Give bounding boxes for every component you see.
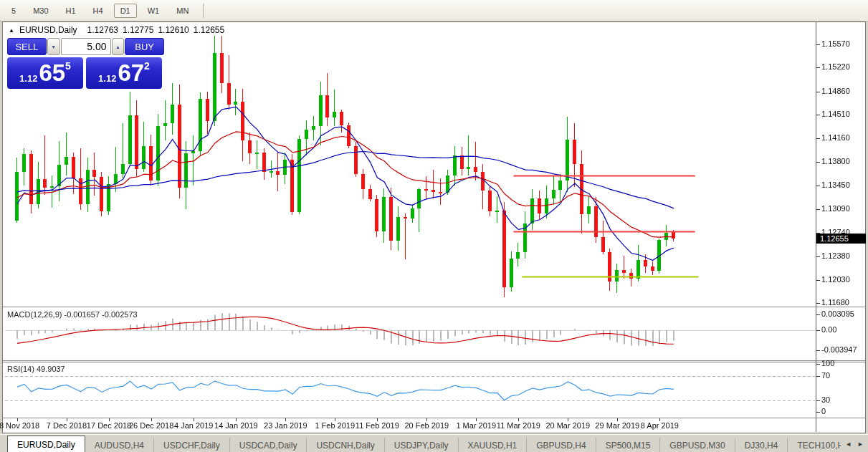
price-tick-label: 1.12380 [821, 251, 850, 260]
timeframe-list: 5 M30 H1 H4 D1 W1 MN [0, 0, 197, 21]
chart-tab[interactable]: SP500,M15 [596, 438, 661, 452]
date-tick-label: 28 Nov 2018 [0, 421, 39, 430]
tab-scroll-controls: ◄ ► [841, 435, 868, 452]
timeframe-button[interactable]: W1 [141, 4, 166, 18]
date-axis-separator [3, 418, 865, 418]
sell-price-small: 1.12 [19, 73, 37, 84]
ohlc-close-value: 1.12655 [194, 25, 224, 35]
timeframe-button[interactable]: H1 [59, 4, 82, 18]
ohlc-low-value: 1.12610 [158, 25, 189, 35]
macd-main-value: -0.001657 [64, 310, 100, 319]
sell-button[interactable]: SELL [7, 38, 47, 55]
price-tick-label: 1.13450 [821, 181, 850, 189]
price-axis-divider [816, 22, 816, 432]
volume-increase-button[interactable]: ▲ [112, 38, 125, 55]
macd-signal-value: -0.002573 [102, 310, 138, 319]
buy-price-big: 67 [118, 57, 144, 89]
timeframe-button[interactable]: H4 [87, 4, 110, 18]
ohlc-high-value: 1.12775 [123, 25, 153, 35]
tab-scroll-left-icon[interactable]: ◄ [845, 441, 852, 448]
trade-controls-row: SELL ▼ ▲ BUY [7, 38, 164, 55]
ohlc-open-value: 1.12763 [87, 25, 118, 35]
macd-tick-label: -0.003947 [821, 345, 857, 354]
chart-tabs: EURUSD,DailyAUDUSD,H4USDCHF,DailyUSDCAD,… [0, 435, 841, 452]
date-tick-label: 8 Apr 2019 [641, 421, 679, 430]
chart-tab[interactable]: USDCAD,Daily [230, 438, 307, 452]
chart-tab[interactable]: USDCHF,Daily [154, 438, 230, 452]
price-tick-label: 1.14510 [821, 110, 850, 118]
buy-button[interactable]: BUY [125, 38, 164, 55]
date-tick-label: 29 Mar 2019 [595, 421, 639, 430]
chart-tab[interactable]: AUDUSD,H4 [85, 438, 154, 452]
sell-price-sup: 5 [65, 60, 71, 72]
collapse-icon[interactable]: ▲ [9, 27, 14, 34]
chart-tab[interactable]: XAUUSD,H1 [459, 438, 528, 452]
chart-title-bar: ▲ EURUSD,Daily 1.12763 1.12775 1.12610 1… [2, 24, 229, 37]
macd-indicator-label: MACD(12,26,9) -0.001657 -0.002573 [7, 310, 138, 319]
chart-tab[interactable]: EURUSD,Daily [7, 436, 85, 452]
price-tick-label: 1.11680 [821, 298, 849, 307]
chevron-up-icon: ▲ [115, 44, 120, 49]
date-tick-label: 7 Dec 2018 [47, 421, 87, 430]
rsi-panel-separator[interactable] [3, 360, 865, 362]
rsi-title: RSI(14) [7, 365, 34, 373]
date-tick-label: 11 Mar 2019 [497, 421, 540, 430]
current-price-tag: 1.12655 [816, 234, 866, 244]
chart-symbol-label: EURUSD,Daily [19, 25, 77, 35]
date-tick-label: 20 Mar 2019 [545, 421, 590, 430]
timeframe-button[interactable]: 5 [5, 4, 22, 18]
date-tick-label: 1 Mar 2019 [456, 421, 496, 430]
chart-tab[interactable]: DJ30,H4 [735, 438, 788, 452]
volume-input[interactable] [61, 38, 111, 55]
volume-decrease-button[interactable]: ▼ [47, 38, 60, 55]
date-tick-label: 14 Jan 2019 [214, 421, 258, 430]
macd-title: MACD(12,26,9) [7, 310, 62, 319]
price-tick-label: 1.14860 [821, 87, 850, 95]
price-tick-label: 1.13800 [821, 157, 850, 165]
price-tick-label: 1.15570 [821, 39, 850, 48]
price-tick-label: 1.15220 [821, 62, 850, 71]
rsi-indicator-label: RSI(14) 49.9037 [7, 365, 65, 373]
date-tick-label: 1 Feb 2019 [315, 421, 355, 430]
date-tick-label: 11 Feb 2019 [356, 421, 399, 430]
timeframe-button[interactable]: M30 [27, 4, 54, 18]
tab-scroll-right-icon[interactable]: ► [857, 441, 864, 448]
macd-tick-label: 0.003095 [821, 309, 854, 318]
rsi-tick-label: 30 [821, 395, 830, 404]
date-tick-label: 20 Feb 2019 [404, 421, 449, 430]
chart-tab[interactable]: USDCNH,Daily [307, 438, 384, 452]
date-axis: 28 Nov 20187 Dec 201817 Dec 201826 Dec 2… [0, 421, 817, 433]
chart-tab[interactable]: TECH100,H1 [788, 438, 841, 452]
date-tick-label: 26 Dec 2018 [129, 421, 173, 430]
rsi-tick-label: 100 [821, 359, 834, 367]
buy-price-sup: 2 [144, 60, 150, 72]
one-click-trade-panel: SELL ▼ ▲ BUY 1.12 65 5 1.12 67 2 [7, 38, 164, 89]
chart-tab-bar: EURUSD,DailyAUDUSD,H4USDCHF,DailyUSDCAD,… [0, 434, 868, 452]
rsi-tick-label: 70 [821, 371, 830, 380]
price-tick-label: 1.13090 [821, 204, 850, 213]
toolbar-separator [203, 4, 204, 18]
price-tick-label: 1.12030 [821, 275, 850, 284]
rsi-tick-label: 0 [821, 407, 826, 415]
chart-tab[interactable]: USDJPY,Daily [385, 438, 459, 452]
macd-panel-separator[interactable] [3, 307, 865, 307]
date-tick-label: 23 Jan 2019 [264, 421, 307, 430]
chevron-down-icon: ▼ [51, 44, 56, 49]
chart-tab[interactable]: GBPUSD,H4 [527, 438, 596, 452]
trade-prices-row: 1.12 65 5 1.12 67 2 [7, 57, 164, 89]
rsi-value: 49.9037 [37, 365, 65, 373]
sell-price-box[interactable]: 1.12 65 5 [7, 57, 83, 89]
timeframe-button[interactable]: D1 [114, 4, 137, 18]
chart-tab[interactable]: GBPUSD,M30 [660, 438, 735, 452]
buy-price-small: 1.12 [98, 73, 116, 84]
timeframe-button[interactable]: MN [170, 4, 195, 18]
date-tick-label: 4 Jan 2019 [174, 421, 213, 430]
timeframe-toolbar: 5 M30 H1 H4 D1 W1 MN [0, 0, 868, 21]
price-tick-label: 1.14160 [821, 133, 850, 142]
date-tick-label: 17 Dec 2018 [87, 421, 131, 430]
sell-price-big: 65 [39, 57, 65, 89]
buy-price-box[interactable]: 1.12 67 2 [86, 57, 162, 89]
macd-tick-label: 0.00 [821, 325, 836, 334]
